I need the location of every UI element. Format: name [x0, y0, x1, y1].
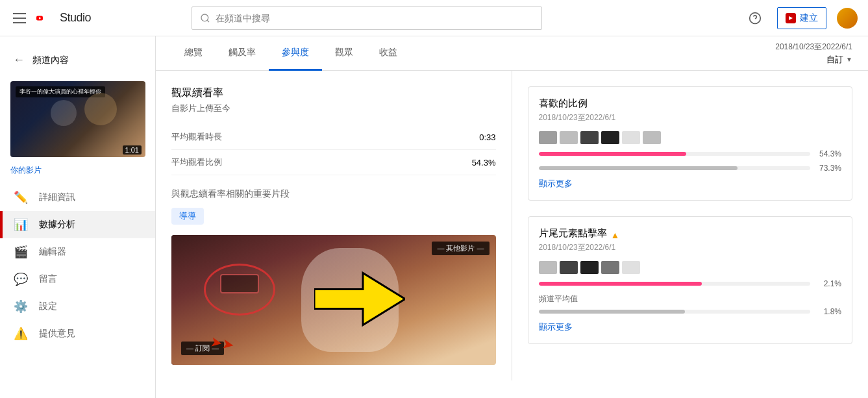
avatar[interactable] [837, 8, 858, 29]
avg-watch-time-label: 平均觀看時長 [171, 131, 222, 143]
date-custom-row: 自訂 ▼ [826, 54, 852, 66]
thumb-es-3 [580, 261, 599, 274]
likes-bar-track-2 [539, 166, 811, 170]
sidebar-thumbnail: 李谷一的偉大演員的心裡年輕你 1:01 [10, 81, 145, 157]
search-icon [200, 13, 210, 23]
likes-bar-pct-1: 54.3% [815, 149, 841, 158]
thumb-6 [643, 131, 661, 144]
sidebar: ← 頻道內容 李谷一的偉大演員的心裡年輕你 1:01 你的影片 ✏️ 詳細資訊 … [0, 36, 156, 398]
warning-icon: ▲ [611, 230, 620, 240]
hamburger-menu[interactable] [10, 10, 29, 26]
back-icon: ← [13, 53, 25, 67]
avg-watch-pct-label: 平均觀看比例 [171, 156, 222, 168]
your-videos-link[interactable]: 你的影片 [0, 165, 155, 184]
svg-line-3 [207, 20, 209, 22]
tab-overview[interactable]: 總覽 [171, 36, 216, 71]
edit-icon: ✏️ [13, 190, 29, 205]
likes-subtitle: 2018/10/23至2022/6/1 [539, 112, 842, 123]
likes-bar-pct-2: 73.3% [815, 164, 841, 173]
sidebar-label-analytics: 數據分析 [39, 219, 75, 230]
tab-engagement[interactable]: 參與度 [269, 36, 322, 71]
avg-watch-time-value: 0:33 [479, 132, 495, 142]
end-screen-bar-pct-1: 2.1% [815, 279, 841, 288]
sidebar-item-details[interactable]: ✏️ 詳細資訊 [0, 184, 155, 211]
retention-title: 觀眾續看率 [171, 86, 496, 100]
sidebar-item-comments[interactable]: 💬 留言 [0, 266, 155, 293]
sidebar-item-editor[interactable]: 🎬 編輯器 [0, 238, 155, 266]
end-screen-bar-track-1 [539, 282, 811, 286]
thumb-es-4 [601, 261, 619, 274]
end-screen-bar-track-2 [539, 310, 811, 314]
end-screen-bar-row-1: 2.1% [539, 279, 842, 288]
tab-revenue[interactable]: 收益 [366, 36, 410, 71]
end-screen-subtitle: 2018/10/23至2022/6/1 [539, 242, 842, 253]
thumb-es-1 [539, 261, 557, 274]
yellow-arrow-svg [314, 270, 405, 329]
thumb-es-5 [622, 261, 640, 274]
segment-tag[interactable]: 導導 [171, 208, 204, 225]
thumb-5 [622, 131, 640, 144]
date-custom-label: 自訂 [826, 54, 843, 66]
avg-watch-pct-value: 54.3% [472, 158, 496, 168]
tabs-row: 總覽 觸及率 參與度 觀眾 收益 2018/10/23至2022/6/1 自訂 … [156, 36, 868, 71]
sidebar-label-editor: 編輯器 [39, 246, 66, 258]
end-screen-show-more[interactable]: 顯示更多 [539, 321, 842, 333]
thumbnail-row-endscreen [539, 261, 842, 274]
header: Studio 建立 [0, 0, 868, 36]
logo-text: Studio [60, 11, 91, 25]
sidebar-label-details: 詳細資訊 [39, 192, 75, 203]
header-right: 建立 [743, 6, 858, 30]
help-button[interactable] [743, 6, 767, 30]
search-bar [192, 6, 542, 30]
end-screen-bar-row-2: 1.8% [539, 307, 842, 316]
likes-show-more[interactable]: 顯示更多 [539, 178, 842, 190]
content-right: 喜歡的比例 2018/10/23至2022/6/1 [512, 71, 869, 380]
thumb-es-2 [560, 261, 578, 274]
video-thumbnail[interactable]: 李谷一的偉大演員的心裡年輕你 1:01 [10, 81, 145, 157]
thumb-2 [560, 131, 578, 144]
search-input[interactable] [216, 13, 534, 23]
likes-panel: 喜歡的比例 2018/10/23至2022/6/1 [528, 86, 853, 201]
sidebar-item-settings[interactable]: ⚙️ 設定 [0, 293, 155, 320]
date-selector[interactable]: 2018/10/23至2022/6/1 自訂 ▼ [775, 42, 852, 66]
create-button[interactable]: 建立 [777, 7, 826, 29]
yellow-arrow-annotation [314, 270, 405, 330]
end-screen-panel: 片尾元素點擊率 ▲ 2018/10/23至2022/6/1 [528, 216, 853, 344]
avg-watch-time-row: 平均觀看時長 0:33 [171, 125, 496, 150]
sidebar-label-comments: 留言 [39, 273, 57, 285]
other-videos-overlay: — 其他影片 — [432, 242, 489, 255]
logo[interactable]: Studio [36, 11, 91, 25]
content-grid: 觀眾續看率 自影片上傳至今 平均觀看時長 0:33 平均觀看比例 54.3% 與… [156, 71, 868, 380]
tab-reach[interactable]: 觸及率 [216, 36, 269, 71]
thumb-1 [539, 131, 557, 144]
editor-icon: 🎬 [13, 245, 29, 259]
likes-bar-fill-2 [539, 166, 738, 170]
thumb-3 [580, 131, 599, 144]
likes-title: 喜歡的比例 [539, 97, 842, 110]
end-screen-title: 片尾元素點擊率 [539, 227, 607, 240]
tab-audience[interactable]: 觀眾 [322, 36, 366, 71]
end-screen-avg-row: 頻道平均值 [539, 293, 842, 305]
likes-bar-fill-1 [539, 152, 686, 156]
content-area: 總覽 觸及率 參與度 觀眾 收益 2018/10/23至2022/6/1 自訂 … [156, 36, 868, 398]
sidebar-back-label: 頻道內容 [32, 55, 69, 66]
chevron-down-icon: ▼ [846, 56, 852, 63]
sidebar-back-button[interactable]: ← 頻道內容 [0, 47, 155, 73]
analytics-icon: 📊 [13, 218, 29, 232]
end-screen-bar-fill-1 [539, 282, 702, 286]
create-label: 建立 [800, 12, 818, 24]
likes-bar-row-1: 54.3% [539, 149, 842, 158]
sidebar-item-feedback[interactable]: ⚠️ 提供意見 [0, 320, 155, 347]
video-frame: — 其他影片 — — 訂閱 — ➤➤ [171, 235, 496, 365]
sidebar-item-analytics[interactable]: 📊 數據分析 [0, 211, 155, 238]
date-range-text: 2018/10/23至2022/6/1 [775, 42, 852, 53]
end-screen-bar-pct-2: 1.8% [815, 307, 841, 316]
end-screen-bar-fill-2 [539, 310, 686, 314]
svg-point-2 [201, 14, 208, 21]
main-layout: ← 頻道內容 李谷一的偉大演員的心裡年輕你 1:01 你的影片 ✏️ 詳細資訊 … [0, 0, 868, 398]
sidebar-label-settings: 設定 [39, 301, 57, 312]
video-preview: — 其他影片 — — 訂閱 — ➤➤ [171, 235, 496, 365]
circle-annotation [204, 264, 275, 316]
likes-bar-row-2: 73.3% [539, 164, 842, 173]
svg-marker-6 [314, 273, 405, 325]
